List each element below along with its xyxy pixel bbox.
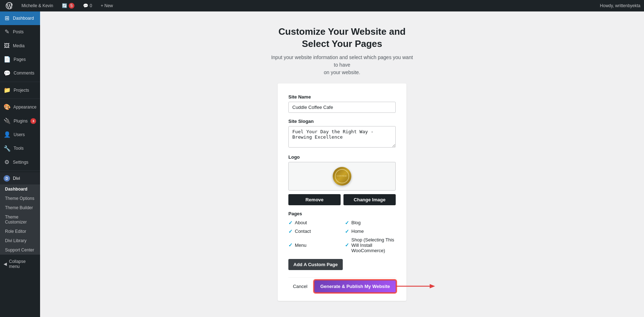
updates-badge: 5 <box>69 3 74 9</box>
logo-preview <box>288 162 396 191</box>
collapse-icon: ◀ <box>4 261 7 266</box>
sidebar-item-theme-builder[interactable]: Theme Builder <box>0 203 40 212</box>
site-name-label: Site Name <box>288 94 396 100</box>
comments-item[interactable]: 💬 0 <box>81 0 94 11</box>
sidebar-item-dashboard[interactable]: ⊞ Dashboard <box>0 11 40 25</box>
page-title: Customize Your Website andSelect Your Pa… <box>270 26 414 50</box>
sidebar-item-support-center[interactable]: Support Center <box>0 245 40 255</box>
sidebar-item-comments[interactable]: 💬 Comments <box>0 67 40 80</box>
sidebar-item-divi-dashboard[interactable]: Dashboard <box>0 184 40 194</box>
sidebar-separator-2 <box>0 99 40 99</box>
pages-icon: 📄 <box>4 56 11 63</box>
collapse-menu-button[interactable]: ◀ Collapse menu <box>0 256 40 272</box>
sidebar-item-label-dashboard: Dashboard <box>13 15 34 21</box>
customize-card: Site Name Site Slogan Fuel Your Day the … <box>278 83 406 301</box>
logo-group: Logo Remove Change Image <box>288 154 396 205</box>
sidebar-item-label-appearance: Appearance <box>13 104 36 110</box>
updates-item[interactable]: 🔄 5 <box>60 0 77 11</box>
sidebar-separator-1 <box>0 82 40 82</box>
sidebar-item-pages[interactable]: 📄 Pages <box>0 53 40 66</box>
comments-nav-icon: 💬 <box>4 69 11 77</box>
sidebar-item-label-media: Media <box>13 43 25 49</box>
add-custom-page-button[interactable]: Add A Custom Page <box>288 259 343 270</box>
sidebar-item-tools[interactable]: 🔧 Tools <box>0 142 40 155</box>
settings-icon: ⚙ <box>4 158 10 166</box>
publish-annotation: Generate & Publish My Website <box>314 280 396 292</box>
new-content-item[interactable]: + New <box>98 0 115 11</box>
comments-count: 0 <box>90 3 92 8</box>
page-item-home: ✓ Home <box>345 229 396 234</box>
publish-button[interactable]: Generate & Publish My Website <box>314 280 396 292</box>
site-slogan-label: Site Slogan <box>288 119 396 124</box>
sidebar-item-role-editor[interactable]: Role Editor <box>0 227 40 236</box>
site-name-text: Michelle & Kevin <box>21 3 53 8</box>
divi-dot-label: D <box>5 177 8 181</box>
remove-logo-button[interactable]: Remove <box>288 194 341 205</box>
sidebar-item-label-users: Users <box>14 132 25 138</box>
appearance-icon: 🎨 <box>4 103 10 111</box>
sidebar-item-label-settings: Settings <box>13 159 28 165</box>
logo-label: Logo <box>288 154 396 160</box>
sidebar-item-label-pages: Pages <box>14 57 26 63</box>
new-label: + New <box>101 3 113 8</box>
sidebar-item-theme-options[interactable]: Theme Options <box>0 194 40 203</box>
sidebar-item-media[interactable]: 🖼 Media <box>0 39 40 53</box>
tools-icon: 🔧 <box>4 145 11 153</box>
logo-inner-ring <box>335 169 349 183</box>
svg-marker-1 <box>430 284 435 288</box>
logo-buttons: Remove Change Image <box>288 194 396 205</box>
page-item-about: ✓ About <box>288 220 339 226</box>
plugins-icon: 🔌 <box>4 117 11 125</box>
logo-image <box>333 167 351 186</box>
arrow-annotation-icon <box>396 281 439 292</box>
admin-bar: Michelle & Kevin 🔄 5 💬 0 + New Howdy, wr… <box>0 0 644 11</box>
pages-grid: ✓ About ✓ Blog ✓ Contact ✓ Home <box>288 220 396 253</box>
sidebar-item-users[interactable]: 👤 Users <box>0 128 40 141</box>
check-home-icon: ✓ <box>345 229 349 234</box>
page-about-label: About <box>295 220 307 225</box>
sidebar-item-projects[interactable]: 📁 Projects <box>0 83 40 97</box>
site-name-bar[interactable]: Michelle & Kevin <box>19 0 55 11</box>
updates-icon: 🔄 <box>62 3 67 8</box>
sidebar-item-settings[interactable]: ⚙ Settings <box>0 155 40 169</box>
site-name-input[interactable] <box>288 102 396 113</box>
sidebar-item-plugins[interactable]: 🔌 Plugins 3 <box>0 114 40 128</box>
page-subtitle: Input your website information and selec… <box>270 54 414 76</box>
check-menu-icon: ✓ <box>288 242 293 248</box>
users-icon: 👤 <box>4 131 11 139</box>
sidebar-item-label-tools: Tools <box>14 145 24 152</box>
collapse-label: Collapse menu <box>9 259 36 269</box>
check-blog-icon: ✓ <box>345 220 349 226</box>
sidebar-item-theme-customizer[interactable]: Theme Customizer <box>0 212 40 227</box>
sidebar-item-posts[interactable]: ✎ Posts <box>0 25 40 39</box>
content-area: Customize Your Website andSelect Your Pa… <box>40 11 644 317</box>
divi-section: D Divi Dashboard Theme Options Theme Bui… <box>0 172 40 255</box>
sidebar-item-appearance[interactable]: 🎨 Appearance <box>0 100 40 114</box>
sidebar-item-label-plugins: Plugins <box>14 118 28 124</box>
divi-label: Divi <box>13 176 20 181</box>
cancel-button[interactable]: Cancel <box>290 282 310 291</box>
divi-submenu: Dashboard Theme Options Theme Builder Th… <box>0 184 40 255</box>
page-item-blog: ✓ Blog <box>345 220 396 226</box>
change-image-button[interactable]: Change Image <box>343 194 396 205</box>
card-footer: Cancel Generate & Publish My Website <box>288 277 396 292</box>
sidebar-item-label-projects: Projects <box>14 87 29 93</box>
sidebar-item-label-posts: Posts <box>13 29 24 35</box>
site-slogan-input[interactable]: Fuel Your Day the Right Way - Brewing Ex… <box>288 126 396 148</box>
wp-logo-item[interactable] <box>4 0 15 11</box>
dashboard-icon: ⊞ <box>4 14 10 22</box>
check-about-icon: ✓ <box>288 220 293 226</box>
sidebar-item-divi-library[interactable]: Divi Library <box>0 236 40 245</box>
page-item-shop: ✓ Shop (Selecting This Will Install WooC… <box>345 237 396 253</box>
plugins-badge: 3 <box>30 118 36 124</box>
sidebar: ⊞ Dashboard ✎ Posts 🖼 Media 📄 Pages 💬 Co… <box>0 11 40 317</box>
page-blog-label: Blog <box>351 220 361 225</box>
page-home-label: Home <box>351 229 364 234</box>
page-menu-label: Menu <box>295 242 307 248</box>
howdy-text: Howdy, writtenbyekta <box>600 3 640 8</box>
divi-header[interactable]: D Divi <box>0 172 40 184</box>
projects-icon: 📁 <box>4 86 11 94</box>
site-name-group: Site Name <box>288 94 396 113</box>
sidebar-item-label-comments: Comments <box>14 70 34 76</box>
comments-icon: 💬 <box>83 3 88 8</box>
